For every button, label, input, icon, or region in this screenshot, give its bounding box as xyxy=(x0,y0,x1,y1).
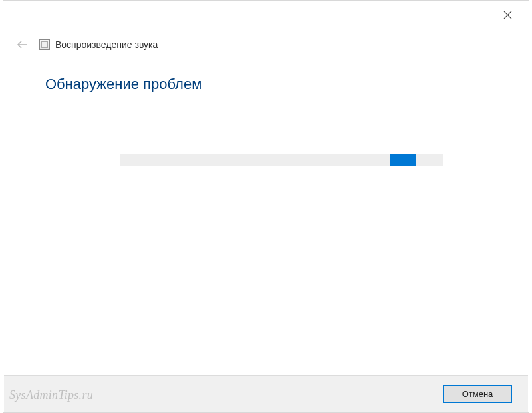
close-button[interactable] xyxy=(495,5,519,25)
footer-bar: Отмена xyxy=(4,375,528,412)
troubleshooter-icon xyxy=(39,39,50,50)
dialog-window: Воспроизведение звука Обнаружение пробле… xyxy=(3,0,529,413)
main-heading: Обнаружение проблем xyxy=(45,76,201,93)
header-row: Воспроизведение звука xyxy=(14,37,518,53)
cancel-button[interactable]: Отмена xyxy=(443,385,512,403)
back-arrow-icon xyxy=(16,39,28,51)
progress-chunk xyxy=(390,154,416,166)
troubleshooter-title: Воспроизведение звука xyxy=(55,39,158,50)
back-button[interactable] xyxy=(14,37,30,53)
close-icon xyxy=(503,11,512,19)
progress-bar xyxy=(120,154,443,166)
